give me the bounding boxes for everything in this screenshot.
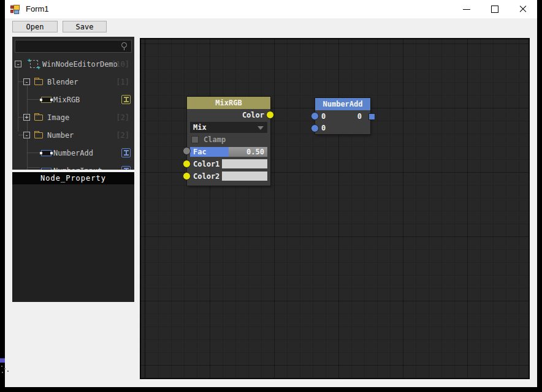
- mixrgb-output-row: Color: [187, 109, 270, 121]
- socket-input-color1[interactable]: [183, 160, 191, 168]
- search-icon: [121, 42, 127, 48]
- tree-item-numberadd[interactable]: NumberAdd: [12, 144, 134, 162]
- property-panel-body: [12, 184, 134, 302]
- numberadd-row1: 0 0: [315, 110, 370, 122]
- item-count: [1]: [116, 78, 129, 86]
- node-editor-icon: [121, 166, 131, 170]
- socket-input-2[interactable]: [311, 124, 319, 132]
- socket-input-color2[interactable]: [183, 172, 191, 180]
- node-editor-icon: [121, 95, 131, 104]
- node-icon: [41, 97, 52, 103]
- desktop-artifact: [7, 371, 9, 372]
- node-editor-canvas[interactable]: MixRGB Color Mix Clamp Fac 0.50: [140, 38, 530, 379]
- node-icon: [41, 168, 52, 170]
- folder-icon: [34, 132, 43, 138]
- tree-item-numberinput[interactable]: NumberInput: [12, 162, 134, 170]
- search-input[interactable]: [15, 40, 132, 53]
- node-numberadd[interactable]: NumberAdd 0 0 0: [315, 98, 370, 134]
- expand-icon[interactable]: +: [23, 114, 30, 121]
- close-button[interactable]: [509, 0, 537, 18]
- collapse-icon[interactable]: -: [15, 61, 21, 67]
- tree-item-blender[interactable]: - Blender [1]: [12, 73, 134, 91]
- socket-input-fac[interactable]: [183, 147, 191, 155]
- mixrgb-color1-row: Color1: [187, 158, 270, 170]
- node-tree-panel: - WinNodeEditorDemo [10] - Blender [1] M…: [12, 37, 134, 170]
- chevron-down-icon: [258, 126, 264, 130]
- socket-input-1[interactable]: [311, 112, 319, 120]
- item-count: [2]: [116, 113, 129, 122]
- collapse-icon[interactable]: -: [23, 78, 30, 85]
- project-icon: [30, 60, 38, 68]
- app-icon: [10, 4, 20, 14]
- color2-swatch[interactable]: [222, 172, 267, 181]
- socket-output-sum[interactable]: [368, 113, 375, 120]
- fac-value: 0.50: [246, 148, 264, 156]
- node-icon: [41, 150, 52, 156]
- numberadd-row2: 0: [315, 122, 370, 134]
- collapse-icon[interactable]: -: [23, 132, 30, 138]
- color1-swatch[interactable]: [222, 159, 267, 168]
- desktop-artifact: [2, 372, 3, 373]
- maximize-icon: [491, 6, 498, 13]
- clamp-label: Clamp: [204, 135, 226, 144]
- desktop-artifact: [4, 368, 6, 369]
- fac-label: Fac: [193, 148, 207, 156]
- property-panel-header: Node_Property: [12, 172, 134, 184]
- save-button[interactable]: Save: [63, 21, 107, 32]
- desktop-artifact: [0, 358, 5, 363]
- mixrgb-fac-row: Fac 0.50: [187, 146, 270, 158]
- node-editor-icon: [121, 148, 131, 157]
- folder-icon: [34, 79, 43, 85]
- numberadd-header[interactable]: NumberAdd: [315, 98, 370, 110]
- output-value: 0: [357, 112, 362, 121]
- output-label: Color: [242, 111, 264, 119]
- mixrgb-blendmode-row: Mix: [187, 121, 270, 134]
- desktop-artifact: [1, 366, 2, 367]
- item-count: [10]: [112, 60, 129, 69]
- item-count: [2]: [116, 131, 129, 140]
- tree-item-number[interactable]: - Number [2]: [12, 126, 134, 144]
- mixrgb-header[interactable]: MixRGB: [187, 97, 270, 109]
- tree-item-mixrgb[interactable]: MixRGB: [12, 91, 134, 108]
- minimize-button[interactable]: [452, 0, 481, 18]
- mixrgb-clamp-row: Clamp: [187, 134, 270, 146]
- titlebar: Form1: [5, 0, 537, 18]
- blend-mode-dropdown[interactable]: Mix: [190, 122, 267, 133]
- clamp-checkbox[interactable]: [191, 136, 199, 143]
- mixrgb-color2-row: Color2: [187, 170, 270, 183]
- app-window: Form1 Open Save - WinNodeEditorDemo [10]: [5, 0, 537, 387]
- toolbar: Open Save: [5, 18, 537, 35]
- tree-item-winnodeeditordemo[interactable]: - WinNodeEditorDemo [10]: [12, 55, 134, 73]
- open-button[interactable]: Open: [12, 21, 58, 32]
- minimize-icon: [463, 9, 470, 10]
- window-title: Form1: [26, 4, 49, 13]
- tree-item-image[interactable]: + Image [2]: [12, 108, 134, 126]
- fac-slider[interactable]: Fac 0.50: [190, 147, 267, 157]
- maximize-button[interactable]: [481, 0, 509, 18]
- node-mixrgb[interactable]: MixRGB Color Mix Clamp Fac 0.50: [187, 97, 270, 186]
- folder-icon: [34, 115, 43, 121]
- socket-output-color[interactable]: [266, 111, 274, 119]
